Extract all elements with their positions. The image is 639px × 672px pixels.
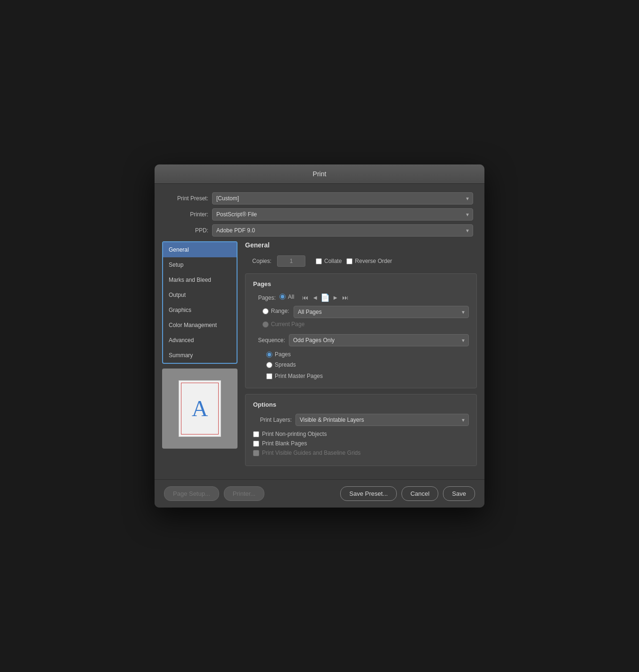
blank-pages-row: Print Blank Pages xyxy=(253,440,469,447)
copies-input[interactable] xyxy=(277,255,305,267)
printer-button[interactable]: Printer... xyxy=(224,486,264,501)
sequence-label: Sequence: xyxy=(253,337,285,344)
visible-guides-checkbox xyxy=(253,450,259,456)
sequence-select[interactable]: Odd Pages Only xyxy=(289,334,469,346)
print-master-group: Print Master Pages xyxy=(253,373,469,379)
cancel-button[interactable]: Cancel xyxy=(401,486,438,501)
range-select[interactable]: All Pages xyxy=(294,306,469,318)
sidebar-item-output[interactable]: Output xyxy=(163,287,237,303)
sequence-row: Sequence: Odd Pages Only ▼ xyxy=(253,334,469,346)
preview-letter: А xyxy=(192,397,208,420)
ppd-row: PPD: Adobe PDF 9.0 ▼ xyxy=(166,224,473,237)
collate-group: Collate Reverse Order xyxy=(316,258,392,264)
last-page-button[interactable]: ⏭ xyxy=(341,294,350,302)
range-select-wrapper: All Pages ▼ xyxy=(294,306,469,318)
print-layers-row: Print Layers: Visible & Printable Layers… xyxy=(253,414,469,426)
printer-select[interactable]: PostScript® File xyxy=(212,208,473,221)
reverse-order-checkbox-row[interactable]: Reverse Order xyxy=(346,258,392,264)
non-printing-row: Print Non-printing Objects xyxy=(253,431,469,437)
pages-panel-title: Pages xyxy=(253,280,469,287)
sidebar-item-general[interactable]: General xyxy=(163,242,237,257)
page-preview: А xyxy=(162,369,238,449)
print-dialog: Print Print Preset: [Custom] ▼ Printer: … xyxy=(155,164,484,508)
sidebar-item-summary[interactable]: Summary xyxy=(163,348,237,363)
print-layers-select[interactable]: Visible & Printable Layers xyxy=(295,414,469,426)
dialog-title: Print xyxy=(313,170,327,178)
range-row: Range: All Pages ▼ xyxy=(253,306,469,318)
pages-view-radio[interactable] xyxy=(266,352,272,358)
prev-page-button[interactable]: ◄ xyxy=(311,294,320,302)
print-master-checkbox-row[interactable]: Print Master Pages xyxy=(266,373,469,379)
blank-pages-checkbox[interactable] xyxy=(253,441,259,447)
sidebar: General Setup Marks and Bleed Output Gra… xyxy=(162,241,238,472)
printer-label: Printer: xyxy=(166,211,208,218)
save-preset-button[interactable]: Save Preset... xyxy=(340,486,397,501)
sidebar-item-graphics[interactable]: Graphics xyxy=(163,303,237,318)
nav-arrows: ⏮ ◄ 📄 ► ⏭ xyxy=(301,293,350,302)
first-page-button[interactable]: ⏮ xyxy=(301,294,310,302)
print-master-checkbox[interactable] xyxy=(266,373,272,379)
top-fields: Print Preset: [Custom] ▼ Printer: PostSc… xyxy=(155,184,484,241)
spreads-radio[interactable] xyxy=(266,362,272,368)
current-page-row: Current Page xyxy=(253,321,469,329)
printer-row: Printer: PostScript® File ▼ xyxy=(166,208,473,221)
current-page-radio xyxy=(262,321,269,328)
next-page-button[interactable]: ► xyxy=(331,294,340,302)
view-type-radio-group: Pages Spreads xyxy=(253,351,469,370)
sidebar-item-advanced[interactable]: Advanced xyxy=(163,333,237,348)
visible-guides-row: Print Visible Guides and Baseline Grids xyxy=(253,450,469,456)
ppd-label: PPD: xyxy=(166,227,208,234)
pages-label: Pages: xyxy=(253,295,276,301)
non-printing-checkbox[interactable] xyxy=(253,431,259,437)
collate-checkbox[interactable] xyxy=(316,258,322,264)
printer-wrapper: PostScript® File ▼ xyxy=(212,208,473,221)
title-bar: Print xyxy=(155,164,484,184)
sequence-select-wrapper: Odd Pages Only ▼ xyxy=(289,334,469,346)
ppd-select[interactable]: Adobe PDF 9.0 xyxy=(212,224,473,237)
main-area: General Setup Marks and Bleed Output Gra… xyxy=(155,241,484,479)
sidebar-item-setup[interactable]: Setup xyxy=(163,257,237,272)
pages-panel: Pages Pages: All ⏮ ◄ 📄 ► ⏭ xyxy=(245,273,477,388)
print-preset-row: Print Preset: [Custom] ▼ xyxy=(166,192,473,205)
sidebar-nav: General Setup Marks and Bleed Output Gra… xyxy=(162,241,238,364)
current-page-radio-row[interactable]: Current Page xyxy=(262,321,304,328)
print-layers-wrapper: Visible & Printable Layers ▼ xyxy=(295,414,469,426)
print-preset-select[interactable]: [Custom] xyxy=(212,192,473,205)
collate-checkbox-row[interactable]: Collate xyxy=(316,258,342,264)
footer: Page Setup... Printer... Save Preset... … xyxy=(155,479,484,508)
range-radio[interactable] xyxy=(262,308,269,314)
sidebar-item-color-management[interactable]: Color Management xyxy=(163,318,237,333)
page-icon: 📄 xyxy=(320,293,330,302)
options-panel: Options Print Layers: Visible & Printabl… xyxy=(245,394,477,466)
pages-radio-row[interactable]: Pages xyxy=(266,351,469,358)
preview-inner: А xyxy=(179,380,221,437)
all-radio[interactable] xyxy=(279,294,286,300)
content-area: General Copies: Collate Reverse Order xyxy=(238,241,477,472)
pages-all-row: Pages: All ⏮ ◄ 📄 ► ⏭ xyxy=(253,293,469,302)
print-preset-label: Print Preset: xyxy=(166,195,208,202)
all-radio-row[interactable]: All xyxy=(279,294,294,300)
page-setup-button[interactable]: Page Setup... xyxy=(164,486,219,501)
section-title: General xyxy=(245,241,477,249)
spreads-radio-row[interactable]: Spreads xyxy=(266,361,469,368)
ppd-wrapper: Adobe PDF 9.0 ▼ xyxy=(212,224,473,237)
options-panel-title: Options xyxy=(253,401,469,408)
print-preset-wrapper: [Custom] ▼ xyxy=(212,192,473,205)
range-radio-row[interactable]: Range: xyxy=(262,308,290,314)
save-button[interactable]: Save xyxy=(443,486,475,501)
print-layers-label: Print Layers: xyxy=(253,417,292,423)
copies-label: Copies: xyxy=(247,258,271,264)
reverse-order-checkbox[interactable] xyxy=(346,258,352,264)
sidebar-item-marks-bleed[interactable]: Marks and Bleed xyxy=(163,272,237,287)
